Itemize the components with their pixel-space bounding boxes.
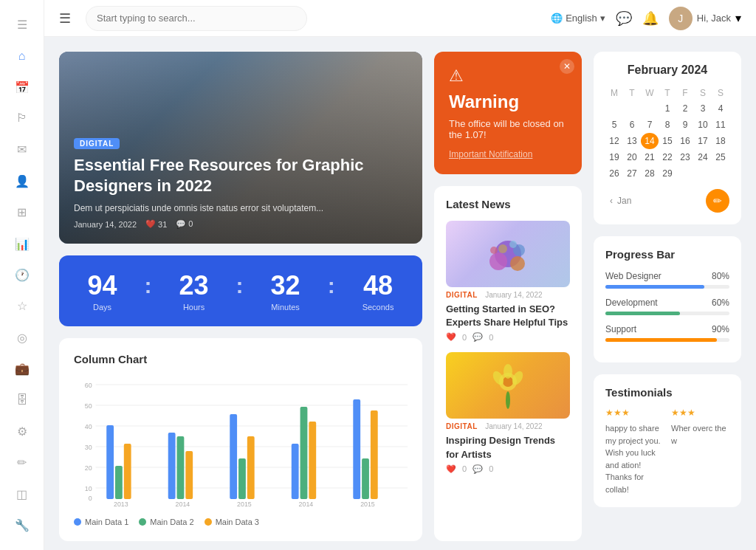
comment-icon: 💬 <box>176 219 186 228</box>
svg-point-40 <box>506 391 510 409</box>
svg-rect-24 <box>309 422 316 499</box>
cal-day-25[interactable]: 25 <box>712 149 729 165</box>
chat-icon[interactable]: 💬 <box>616 10 632 27</box>
sidebar-item-edit[interactable]: ✏ <box>9 450 35 475</box>
news-badge-2: DIGITAL <box>446 422 478 430</box>
comment-icon-2: 💬 <box>472 464 483 474</box>
sidebar-item-chart[interactable]: 📊 <box>9 231 35 256</box>
cal-day-17[interactable]: 17 <box>694 133 712 149</box>
sidebar-item-settings[interactable]: ⚙ <box>9 419 35 444</box>
cal-day-27[interactable]: 27 <box>623 165 641 182</box>
legend-label-2: Main Data 2 <box>150 518 193 526</box>
progress-label-2: Development <box>605 298 658 308</box>
cal-day-28[interactable]: 28 <box>641 165 659 182</box>
cal-day-3[interactable]: 3 <box>694 100 712 117</box>
hero-description: Dem ut perspiciatis unde omnis iste natu… <box>74 203 408 213</box>
cal-edit-button[interactable]: ✏ <box>706 189 729 213</box>
cal-day-22[interactable]: 22 <box>659 149 676 165</box>
cal-day-empty-4 <box>676 165 694 182</box>
calendar-card: February 2024 M T W T F S S <box>594 52 741 224</box>
sidebar-item-grid[interactable]: ⊞ <box>9 199 35 224</box>
cal-day-23[interactable]: 23 <box>676 149 694 165</box>
search-input[interactable] <box>86 6 307 31</box>
cal-day-10[interactable]: 10 <box>694 117 712 133</box>
days-label: Days <box>88 303 117 312</box>
news-title-1[interactable]: Getting Started in SEO? Experts Share He… <box>446 303 570 329</box>
hero-title: Essential Free Resources for Graphic Des… <box>74 155 408 197</box>
progress-bar-fill-1 <box>605 285 704 289</box>
svg-rect-20 <box>238 458 246 499</box>
progress-header-3: Support 90% <box>605 324 729 334</box>
cal-day-16[interactable]: 16 <box>676 133 694 149</box>
cal-day-4[interactable]: 4 <box>712 100 729 117</box>
sidebar-item-database[interactable]: 🗄 <box>9 388 35 413</box>
sidebar-item-user[interactable]: 👤 <box>9 168 35 193</box>
countdown-days: 94 Days <box>88 270 117 312</box>
sidebar-item-home[interactable]: ⌂ <box>9 43 35 68</box>
sidebar-menu-toggle[interactable]: ☰ <box>9 12 35 37</box>
sidebar-item-message[interactable]: ✉ <box>9 137 35 162</box>
svg-rect-13 <box>106 425 114 499</box>
warning-triangle-icon: ⚠ <box>449 66 567 86</box>
cal-day-18[interactable]: 18 <box>712 133 729 149</box>
warning-link[interactable]: Important Notification <box>449 149 567 159</box>
cal-day-1[interactable]: 1 <box>659 100 676 117</box>
cal-day-19[interactable]: 19 <box>605 149 623 165</box>
progress-value-1: 80% <box>712 271 729 281</box>
sidebar-item-briefcase[interactable]: 💼 <box>9 356 35 381</box>
cal-day-empty-6 <box>712 165 729 182</box>
sidebar-item-compass[interactable]: ◎ <box>9 325 35 350</box>
cal-header-s2: S <box>712 86 729 100</box>
cal-prev-button[interactable]: ‹ <box>605 194 617 207</box>
countdown-sep-2: : <box>236 273 244 298</box>
sidebar-item-tool[interactable]: 🔧 <box>9 513 35 538</box>
cal-day-29[interactable]: 29 <box>659 165 676 182</box>
progress-bar-fill-2 <box>605 312 680 315</box>
sidebar-item-layers[interactable]: ◫ <box>9 481 35 506</box>
cal-day-11[interactable]: 11 <box>712 117 729 133</box>
svg-point-39 <box>490 247 498 254</box>
cal-header-w: W <box>641 86 659 100</box>
cal-day-2[interactable]: 2 <box>676 100 694 117</box>
cal-day-7[interactable]: 7 <box>641 117 659 133</box>
sidebar-item-star[interactable]: ☆ <box>9 294 35 319</box>
cal-week-1: 1 2 3 4 <box>605 100 729 117</box>
cal-day-5[interactable]: 5 <box>605 117 623 133</box>
main-wrapper: ☰ 🌐 English ▾ 💬 🔔 J Hi, Jack ▾ <box>44 0 756 550</box>
cal-day-14[interactable]: 14 <box>641 133 659 149</box>
svg-point-45 <box>504 364 512 379</box>
cal-day-13[interactable]: 13 <box>623 133 641 149</box>
cal-day-26[interactable]: 26 <box>605 165 623 182</box>
news-title-2[interactable]: Inspiring Design Trends for Artists <box>446 434 570 461</box>
right-column: February 2024 M T W T F S S <box>594 52 741 541</box>
svg-text:10: 10 <box>85 485 92 492</box>
sidebar-item-calendar[interactable]: 📅 <box>9 75 35 100</box>
user-avatar-wrap[interactable]: J Hi, Jack ▾ <box>669 7 741 30</box>
cal-day-12[interactable]: 12 <box>605 133 623 149</box>
svg-rect-18 <box>185 451 193 499</box>
language-label: English <box>566 13 597 24</box>
cal-day-6[interactable]: 6 <box>623 117 641 133</box>
language-selector[interactable]: 🌐 English ▾ <box>551 13 605 24</box>
progress-value-3: 90% <box>712 324 729 334</box>
cal-day-21[interactable]: 21 <box>641 149 659 165</box>
svg-text:2015: 2015 <box>237 501 252 508</box>
cal-day-15[interactable]: 15 <box>659 133 676 149</box>
cal-day-8[interactable]: 8 <box>659 117 676 133</box>
cal-day-9[interactable]: 9 <box>676 117 694 133</box>
svg-point-38 <box>509 241 517 248</box>
news-meta-1: ❤️ 0 💬 0 <box>446 332 570 342</box>
menu-icon[interactable]: ☰ <box>59 10 71 27</box>
progress-label-3: Support <box>605 324 636 334</box>
progress-item-2: Development 60% <box>605 298 729 315</box>
cal-day-20[interactable]: 20 <box>623 149 641 165</box>
news-item-1: DIGITAL January 14, 2022 Getting Started… <box>446 221 570 342</box>
cal-day-empty-2 <box>623 100 641 117</box>
sidebar-item-clock[interactable]: 🕐 <box>9 262 35 287</box>
cal-day-24[interactable]: 24 <box>694 149 712 165</box>
bell-icon[interactable]: 🔔 <box>642 10 659 27</box>
cal-day-empty-1 <box>605 100 623 117</box>
sidebar-item-flag[interactable]: 🏳 <box>9 106 35 131</box>
news-section-title: Latest News <box>446 198 570 210</box>
chart-area: 60 50 40 30 20 10 0 <box>74 377 408 510</box>
